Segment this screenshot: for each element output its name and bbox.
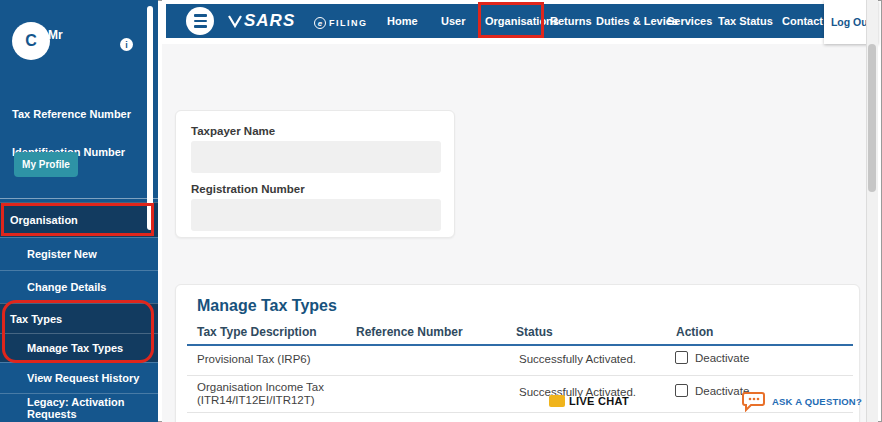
taxpayer-name-field[interactable] (191, 141, 441, 173)
live-chat-widget[interactable]: LIVE CHAT (549, 395, 629, 407)
ask-a-question-widget[interactable]: ASK A QUESTION? (742, 390, 862, 412)
sars-logo: SARS (228, 11, 295, 31)
nav-returns[interactable]: Returns (550, 4, 592, 38)
tax-reference-number-label: Tax Reference Number (12, 108, 131, 120)
tax-type-description-cell: Provisional Tax (IRP6) (197, 353, 367, 365)
nav-duties-levies[interactable]: Duties & Levies (596, 4, 678, 38)
sidebar-item-manage-tax-types[interactable]: Manage Tax Types (0, 333, 158, 362)
row-divider (187, 375, 853, 376)
avatar[interactable]: C (12, 22, 50, 60)
table-header-rule (187, 344, 853, 346)
efiling-e-icon: e (314, 17, 326, 29)
user-title: Mr (48, 28, 63, 42)
taxpayer-details-card: Taxpayer Name Registration Number (175, 110, 455, 238)
live-chat-label: LIVE CHAT (569, 395, 629, 407)
nav-organisations[interactable]: Organisations (485, 4, 559, 38)
sidebar-item-register-new[interactable]: Register New (0, 237, 158, 270)
deactivate-checkbox[interactable] (675, 351, 688, 364)
speech-bubble-icon (742, 390, 766, 412)
sidebar: C Mr i Tax Reference Number Identificati… (0, 0, 158, 422)
deactivate-checkbox[interactable] (675, 384, 688, 397)
taxpayer-name-label: Taxpayer Name (191, 125, 275, 137)
sidebar-item-view-request-history[interactable]: View Request History (0, 362, 158, 393)
status-cell: Successfully Activated. (519, 353, 636, 365)
sidebar-scrollbar-thumb[interactable] (147, 6, 153, 230)
info-icon[interactable]: i (120, 38, 133, 51)
row-divider (187, 412, 853, 413)
deactivate-label: Deactivate (695, 352, 749, 364)
sidebar-item-legacy-activation-requests[interactable]: Legacy: Activation Requests (0, 393, 158, 422)
hamburger-menu-icon[interactable] (186, 7, 214, 35)
my-profile-button[interactable]: My Profile (14, 152, 78, 177)
sidebar-item-change-details[interactable]: Change Details (0, 270, 158, 303)
col-status: Status (516, 325, 553, 339)
nav-user[interactable]: User (441, 4, 465, 38)
nav-contact[interactable]: Contact (782, 4, 823, 38)
efiling-logo: e FILING (314, 17, 368, 29)
top-navbar: SARS e FILING Home User Organisations Re… (166, 4, 866, 38)
manage-tax-types-title: Manage Tax Types (197, 297, 337, 315)
page-scrollbar-thumb[interactable] (868, 44, 876, 192)
sidebar-item-organisation[interactable]: Organisation (0, 202, 158, 237)
sidebar-divider (0, 198, 158, 199)
col-action: Action (676, 325, 713, 339)
col-tax-type-description: Tax Type Description (197, 325, 317, 339)
registration-number-label: Registration Number (191, 183, 305, 195)
col-reference-number: Reference Number (356, 325, 463, 339)
registration-number-field[interactable] (191, 199, 441, 231)
tax-type-description-cell: Organisation Income Tax (ITR14/IT12EI/IT… (197, 381, 372, 407)
nav-tax-status[interactable]: Tax Status (718, 4, 773, 38)
ask-a-question-label: ASK A QUESTION? (772, 396, 862, 407)
chat-bubble-icon (549, 395, 565, 407)
sidebar-item-tax-types[interactable]: Tax Types (0, 303, 158, 333)
nav-services[interactable]: Services (667, 4, 712, 38)
sars-chevron-icon (228, 15, 242, 28)
nav-home[interactable]: Home (387, 4, 418, 38)
